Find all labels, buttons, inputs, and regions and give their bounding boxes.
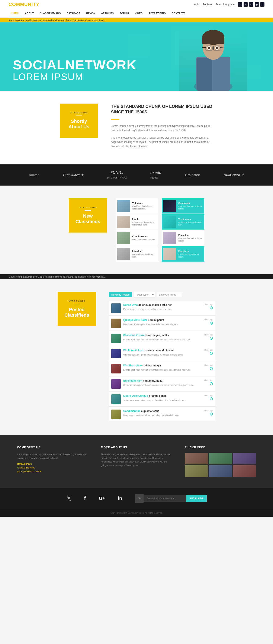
classified-item-teal[interactable]: Vestibulum Ac justo at justo pede quam n… <box>162 214 204 230</box>
hero-line1: SOCIALNETWORK <box>13 58 137 72</box>
flickr-thumb[interactable] <box>209 465 232 477</box>
posted-item-info: Donec Urna dolor suspendisse quis non Er… <box>123 304 201 311</box>
logo[interactable]: COMMUNITY <box>8 2 39 7</box>
list-item[interactable]: Bibendum Nibh nonummy, nulla Condimentum… <box>109 377 215 392</box>
classified-title: Condimentum <box>132 235 157 238</box>
facebook-top-icon[interactable]: f <box>238 2 242 6</box>
googleplus-footer-link[interactable]: G+ <box>99 496 105 501</box>
classified-info: Vestibulum Ac justo at justo pede quam n… <box>178 218 203 226</box>
posted-item-info: Condimentum cupidatat cond Maecenas phar… <box>123 410 201 417</box>
list-item[interactable]: Elit Potenti Justo donec commodo ipsum U… <box>109 346 215 361</box>
city-filter-input[interactable] <box>157 292 182 297</box>
nav-video[interactable]: VIDEO <box>132 10 146 17</box>
list-item[interactable]: Phasellus Viverra vitae magna, mollis Et… <box>109 331 215 346</box>
recently-posted-btn[interactable]: Recently Posted <box>109 292 132 297</box>
flickr-grid <box>185 453 256 477</box>
logo-c: C <box>8 2 12 7</box>
refresh-icon[interactable]: ↻ <box>210 398 213 400</box>
posted-item-desc: Et ante eget, risus risus at hymeneous n… <box>123 338 201 341</box>
twitter-footer-link[interactable]: 𝕏 <box>66 495 71 502</box>
list-item[interactable]: Donec Urna dolor suspendisse quis non Er… <box>109 301 215 316</box>
classified-item[interactable]: Vulputate Curabitur lobortis lorem, iacu… <box>116 198 158 214</box>
posted-item-meta: 3 hour ago ↻ <box>204 364 213 370</box>
posted-time: 4 hour ago <box>204 394 213 396</box>
posted-item-meta: 2 hour ago ↻ <box>204 318 213 324</box>
refresh-icon[interactable]: ↻ <box>210 337 213 340</box>
facebook-footer-link[interactable]: f <box>84 495 86 502</box>
classified-desc: Erat luctus nec quam sit ipsum. <box>178 253 203 258</box>
nav-home[interactable]: HOME <box>8 9 22 17</box>
svg-rect-8 <box>197 58 212 91</box>
classified-item[interactable]: Phasellus Ante interdum lore, volutpat i… <box>162 230 204 246</box>
footer-visit-heading: COME VISIT US <box>17 446 88 449</box>
nav-forum[interactable]: FORUM <box>117 10 132 17</box>
nav-news[interactable]: NEWS+ <box>83 10 98 17</box>
nav-articles[interactable]: ARTICLES <box>98 10 117 17</box>
classified-thumb-5 <box>163 200 176 212</box>
linkedin-footer-link[interactable]: in <box>118 496 122 501</box>
refresh-icon[interactable]: ↻ <box>210 367 213 370</box>
main-nav: HOME ABOUT CLASSIFIED ADS DATABASE NEWS+… <box>0 9 273 18</box>
nav-classified-ads[interactable]: CLASSIFIED ADS <box>37 10 64 17</box>
posted-item-desc: Condimentum cupidatat condimentum fermen… <box>123 384 201 387</box>
twitter-top-icon[interactable]: t <box>244 2 248 6</box>
refresh-icon[interactable]: ↻ <box>210 322 213 324</box>
classifieds-col-left: Vulputate Curabitur lobortis lorem, iacu… <box>116 198 158 262</box>
footer-about-text: There are many variations of passages of… <box>101 453 172 467</box>
classified-desc: Ac justo at justo pede quam nam. <box>178 221 203 226</box>
posted-box-divider <box>74 304 80 304</box>
classified-item-teal[interactable]: Commodo Ante interdum lore, volutpat iac… <box>162 198 204 214</box>
posted-item-title: Phasellus Viverra vitae magna, mollis <box>123 334 201 337</box>
classified-item[interactable]: Condimentum Duis lobortis condimentum... <box>116 230 158 246</box>
classified-title: Phasellus <box>178 234 203 236</box>
about-divider <box>111 119 119 120</box>
hero-person-image <box>179 27 248 91</box>
posted-time: 3 hour ago <box>204 364 213 366</box>
refresh-icon[interactable]: ↻ <box>210 306 213 310</box>
flickr-thumb[interactable] <box>209 453 232 464</box>
posted-yellow-box: INTRODUCING Posted Classifieds <box>58 292 96 326</box>
flickr-thumb[interactable] <box>185 465 208 477</box>
flickr-thumb[interactable] <box>233 465 256 477</box>
register-link[interactable]: Register <box>202 3 212 6</box>
classified-thumb-3 <box>117 232 130 244</box>
brand-bullguard1: BullGuard ⚘ <box>63 173 84 177</box>
flickr-thumb[interactable] <box>233 453 256 464</box>
nav-about[interactable]: ABOUT <box>22 10 37 17</box>
rss-top-icon[interactable]: r <box>260 2 265 6</box>
posted-item-desc: Ullamcorper amet Ipsum ipsum lectus et, … <box>123 353 201 356</box>
about-box-divider <box>76 116 82 116</box>
refresh-icon[interactable]: ↻ <box>210 412 213 416</box>
gplus-top-icon[interactable]: g+ <box>255 2 259 6</box>
nav-advertising[interactable]: ADVERTISING <box>146 10 169 17</box>
footer-flickr-heading: FLICKR FEED <box>185 446 256 449</box>
classified-item[interactable]: Ligula Et ante eget, risus risus at hyme… <box>116 214 158 230</box>
footer-col-visit: COME VISIT US It is a long established f… <box>17 446 88 477</box>
flickr-thumb[interactable] <box>185 453 208 464</box>
svg-point-21 <box>216 47 218 49</box>
list-item[interactable]: Wisi Eros Vitae sodales integer Et ante … <box>109 362 215 376</box>
newsletter-input[interactable] <box>144 495 186 502</box>
posted-item-info: Wisi Eros Vitae sodales integer Et ante … <box>123 364 201 372</box>
user-type-select[interactable]: User Type+ <box>134 292 155 298</box>
login-link[interactable]: Login <box>193 3 199 6</box>
newsletter-subscribe-btn[interactable]: SUBSCRIBE <box>186 495 207 502</box>
language-selector[interactable]: Select Language <box>215 3 235 6</box>
list-item[interactable]: Quisque Ante Dolor Lorem ipsum Mauris vo… <box>109 316 215 331</box>
list-item[interactable]: Libero Odio Congue a luctus donec. Justo… <box>109 392 215 406</box>
footer-main: COME VISIT US It is a long established f… <box>0 435 273 488</box>
nav-database[interactable]: DATABASE <box>64 10 83 17</box>
posted-classifieds-section: INTRODUCING Posted Classifieds Recently … <box>0 279 273 435</box>
classified-item-teal[interactable]: Faucibus Erat luctus nec quam sit ipsum. <box>162 246 204 262</box>
nav-contacts[interactable]: CONTACTS <box>169 10 189 17</box>
posted-item-title: Elit Potenti Justo donec commodo ipsum <box>123 349 201 352</box>
linkedin-top-icon[interactable]: in <box>249 2 253 6</box>
list-item[interactable]: Condimentum cupidatat cond Maecenas phar… <box>109 407 215 422</box>
posted-time: 4 hour ago <box>204 379 213 381</box>
refresh-icon[interactable]: ↻ <box>210 382 213 385</box>
refresh-icon[interactable]: ↻ <box>210 352 213 355</box>
classified-item[interactable]: Interdum Dolor volutpat Vestibulum cum. <box>116 246 158 262</box>
about-yellow-box: INTRODUCING Shortly About Us <box>60 104 98 138</box>
social-icons: f t in g+ r <box>238 2 265 6</box>
posted-item-info: Libero Odio Congue a luctus donec. Justo… <box>123 394 201 402</box>
